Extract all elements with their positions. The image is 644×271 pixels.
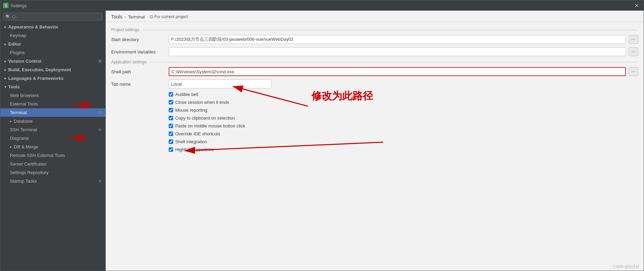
sidebar-item-label: Startup Tasks <box>10 178 37 184</box>
sidebar-item-label: Tools <box>8 84 20 89</box>
search-box[interactable]: 🔍 <box>3 13 103 21</box>
sidebar-item-editor[interactable]: Editor <box>0 40 105 48</box>
arrow-icon <box>4 85 6 89</box>
sidebar-item-database[interactable]: Database <box>0 117 105 125</box>
tab-name-input[interactable] <box>169 79 271 88</box>
close-button[interactable]: ✕ <box>632 2 641 10</box>
paste-middle-row: Paste on middle mouse button click <box>111 123 638 128</box>
sidebar-item-version-control[interactable]: Version Control ⧉ <box>0 57 105 65</box>
sidebar-item-label: Languages & Frameworks <box>8 76 64 81</box>
copy-icon: ⧉ <box>99 59 101 63</box>
mouse-reporting-checkbox[interactable] <box>169 108 173 112</box>
close-session-checkbox[interactable] <box>169 100 173 104</box>
audible-bell-checkbox[interactable] <box>169 92 173 97</box>
application-settings-section: Application settings <box>111 60 638 64</box>
arrow-icon <box>4 68 6 72</box>
highlight-hyperlinks-label: Highlight hyperlinks <box>175 147 214 152</box>
sidebar-item-label: Appearance & Behavior <box>8 24 59 29</box>
sidebar-item-label: Keymap <box>10 33 26 38</box>
breadcrumb-separator: › <box>125 14 126 20</box>
sidebar-item-appearance[interactable]: Appearance & Behavior <box>0 23 105 31</box>
sidebar-item-build[interactable]: Build, Execution, Deployment <box>0 65 105 74</box>
shell-integration-row: Shell integration <box>111 139 638 144</box>
shell-path-label: Shell path <box>111 69 166 74</box>
override-ide-checkbox[interactable] <box>169 132 173 136</box>
sidebar-item-diff-merge[interactable]: Diff & Merge <box>0 143 105 151</box>
sidebar-item-ssh-terminal[interactable]: SSH Terminal ⧉ <box>0 125 105 134</box>
sidebar-item-server-certs[interactable]: Server Certificates <box>0 160 105 168</box>
main-content: 🔍 Appearance & Behavior Keymap Editor <box>0 11 644 271</box>
sidebar-item-label: Editor <box>8 41 21 47</box>
arrow-icon <box>4 42 6 46</box>
sidebar-item-label: Web Browsers <box>10 93 39 98</box>
audible-bell-label: Audible bell <box>175 92 198 97</box>
env-variables-input[interactable] <box>169 47 626 56</box>
sidebar-item-terminal[interactable]: Terminal ⧉ <box>0 108 105 117</box>
section-label-text: Project settings <box>111 27 139 32</box>
search-input[interactable] <box>12 14 100 19</box>
window-title: Settings <box>11 3 27 8</box>
sidebar-item-label: External Tools <box>10 101 38 107</box>
title-bar-left: S Settings <box>3 3 27 8</box>
copy-icon: ⧉ <box>99 127 101 132</box>
panel-header: Tools › Terminal ⊡ For current project <box>106 11 644 22</box>
app-icon: S <box>3 3 9 8</box>
audible-bell-row: Audible bell <box>111 92 638 97</box>
sidebar-item-languages[interactable]: Languages & Frameworks <box>0 74 105 83</box>
env-variables-browse[interactable]: ⋯ <box>629 47 638 56</box>
sidebar-item-external-tools[interactable]: External Tools <box>0 100 105 108</box>
sidebar-item-label: Version Control <box>8 59 41 64</box>
arrow-icon <box>4 59 6 63</box>
sidebar-item-plugins[interactable]: Plugins <box>0 48 105 57</box>
shell-path-input[interactable] <box>169 67 626 76</box>
sidebar-item-remote-ssh[interactable]: Remote SSH External Tools <box>0 151 105 160</box>
highlight-hyperlinks-checkbox[interactable] <box>169 147 173 152</box>
watermark: CSDN @悲且狂 <box>613 264 640 269</box>
sidebar-item-label: Server Certificates <box>10 161 47 167</box>
override-ide-label: Override IDE shortcuts <box>175 131 220 136</box>
tab-name-row: Tab name <box>111 79 638 88</box>
start-directory-row: Start directory ⋯ <box>111 35 638 44</box>
shell-path-browse[interactable]: ⋯ <box>629 67 638 76</box>
copy-icon: ⧉ <box>99 110 101 115</box>
start-directory-input[interactable] <box>169 35 626 44</box>
paste-middle-label: Paste on middle mouse button click <box>175 123 245 128</box>
panel-body: Project settings Start directory ⋯ Envir… <box>106 22 644 271</box>
project-settings-section: Project settings <box>111 27 638 32</box>
close-session-row: Close session when it ends <box>111 100 638 105</box>
breadcrumb-tools: Tools <box>111 14 123 20</box>
shell-integration-checkbox[interactable] <box>169 139 173 144</box>
arrow-icon <box>10 145 12 149</box>
project-icon: ⊡ <box>150 14 153 19</box>
arrow-icon <box>4 76 6 80</box>
close-session-label: Close session when it ends <box>175 100 229 105</box>
paste-middle-checkbox[interactable] <box>169 124 173 128</box>
sidebar-item-label: SSH Terminal <box>10 127 37 132</box>
sidebar-item-tools[interactable]: Tools <box>0 83 105 91</box>
start-directory-browse[interactable]: ⋯ <box>629 35 638 44</box>
copy-icon: ⧉ <box>99 179 101 183</box>
sidebar-item-label: Diagrams <box>10 136 29 141</box>
shell-integration-label: Shell integration <box>175 139 207 144</box>
section-label-text: Application settings <box>111 60 146 64</box>
sidebar-item-web-browsers[interactable]: Web Browsers <box>0 91 105 100</box>
mouse-reporting-row: Mouse reporting <box>111 108 638 113</box>
arrow-icon <box>10 119 12 123</box>
sidebar-item-settings-repo[interactable]: Settings Repository <box>0 168 105 177</box>
sidebar-item-label: Diff & Merge <box>14 144 38 149</box>
for-current-project: ⊡ For current project <box>150 14 188 19</box>
mouse-reporting-label: Mouse reporting <box>175 108 207 113</box>
sidebar-item-label: Plugins <box>10 50 25 55</box>
highlight-hyperlinks-row: Highlight hyperlinks <box>111 147 638 152</box>
sidebar: 🔍 Appearance & Behavior Keymap Editor <box>0 11 106 271</box>
copy-clipboard-checkbox[interactable] <box>169 116 173 120</box>
sidebar-item-keymap[interactable]: Keymap <box>0 31 105 40</box>
right-panel: Tools › Terminal ⊡ For current project P… <box>106 11 644 271</box>
sidebar-item-diagrams[interactable]: Diagrams <box>0 134 105 143</box>
sidebar-item-label: Remote SSH External Tools <box>10 153 65 158</box>
env-variables-label: Environment Variables <box>111 49 166 54</box>
copy-clipboard-row: Copy to clipboard on selection <box>111 115 638 121</box>
sidebar-item-label: Database <box>14 119 33 124</box>
sidebar-item-startup-tasks[interactable]: Startup Tasks ⧉ <box>0 177 105 185</box>
start-directory-label: Start directory <box>111 37 166 42</box>
